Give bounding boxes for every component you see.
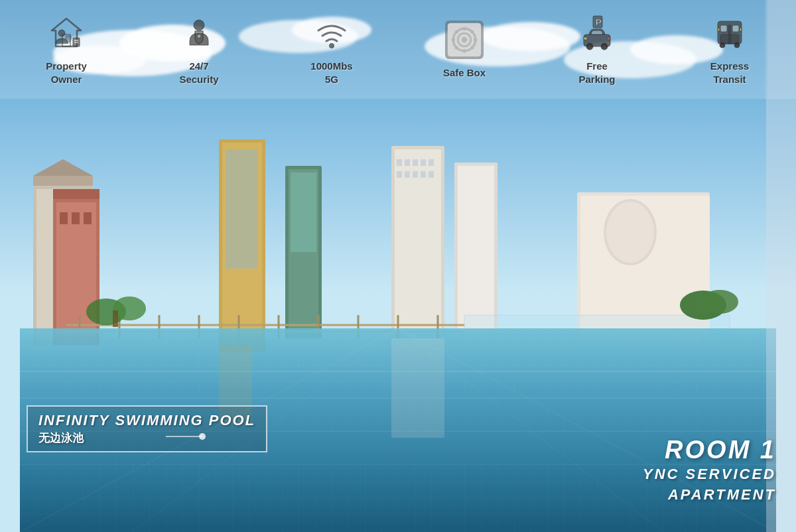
svg-point-99	[462, 37, 467, 42]
pool-label: Infinity Swimming Pool 无边泳池	[27, 405, 267, 452]
transit-icon	[706, 10, 753, 56]
svg-rect-18	[421, 159, 426, 166]
svg-rect-41	[72, 212, 80, 224]
wifi-label: 1000Mbs 5G	[310, 60, 352, 86]
amenity-property-owner: Property Owner	[43, 10, 90, 86]
svg-point-81	[58, 30, 65, 36]
security-icon	[176, 10, 222, 56]
svg-point-77	[701, 290, 738, 314]
parking-label: Free Parking	[578, 60, 615, 86]
svg-rect-27	[226, 149, 257, 269]
svg-rect-110	[720, 25, 727, 32]
svg-point-115	[720, 42, 725, 48]
parking-icon: P	[574, 10, 620, 56]
svg-point-104	[588, 45, 592, 48]
svg-rect-21	[405, 171, 410, 178]
svg-rect-107	[584, 37, 587, 40]
amenity-security: 24/7 Security	[176, 10, 222, 86]
amenity-parking: P Free	[574, 10, 620, 86]
amenity-safe-box: Safe Box	[441, 17, 488, 80]
svg-point-85	[194, 20, 204, 31]
svg-rect-74	[113, 310, 118, 327]
amenities-bar: Property Owner 24/7 Security	[0, 0, 796, 99]
svg-rect-39	[53, 189, 100, 199]
svg-rect-42	[84, 212, 92, 224]
svg-rect-20	[397, 171, 402, 178]
svg-rect-19	[429, 159, 434, 166]
svg-text:P: P	[596, 17, 602, 27]
room-label: Room 1 YNC Serviced Apartment	[643, 436, 776, 505]
svg-point-116	[734, 42, 740, 48]
main-container: Property Owner 24/7 Security	[0, 0, 796, 532]
transit-label: Express Transit	[710, 60, 749, 86]
svg-rect-40	[60, 212, 68, 224]
room-title: Room 1	[643, 436, 776, 464]
svg-rect-70	[391, 338, 444, 438]
pool-label-chinese: 无边泳池	[38, 431, 255, 446]
security-label: 24/7 Security	[179, 60, 218, 86]
room-subtitle-line2: Apartment	[643, 485, 776, 505]
pool-dot-connector	[199, 433, 206, 440]
svg-rect-24	[429, 171, 434, 178]
safe-box-label: Safe Box	[443, 66, 486, 80]
svg-point-106	[603, 45, 606, 48]
svg-rect-17	[413, 159, 418, 166]
wifi-icon	[308, 10, 355, 56]
svg-rect-32	[458, 166, 494, 332]
svg-rect-35	[33, 176, 93, 186]
safe-box-icon	[441, 17, 488, 63]
svg-rect-117	[718, 28, 720, 31]
svg-point-46	[606, 202, 654, 263]
svg-rect-108	[607, 37, 610, 40]
svg-rect-30	[291, 172, 316, 252]
property-owner-label: Property Owner	[46, 60, 87, 86]
amenity-wifi: 1000Mbs 5G	[308, 10, 355, 86]
svg-rect-111	[732, 25, 739, 32]
pool-line-connector	[166, 436, 202, 437]
svg-rect-23	[421, 171, 426, 178]
svg-rect-16	[405, 159, 410, 166]
property-owner-icon	[43, 10, 90, 56]
svg-rect-15	[397, 159, 402, 166]
amenity-transit: Express Transit	[706, 10, 753, 86]
pool-label-english: Infinity Swimming Pool	[38, 412, 255, 429]
svg-rect-118	[740, 28, 742, 31]
svg-point-87	[330, 44, 334, 48]
svg-rect-22	[413, 171, 418, 178]
room-subtitle-line1: YNC Serviced	[643, 464, 776, 485]
